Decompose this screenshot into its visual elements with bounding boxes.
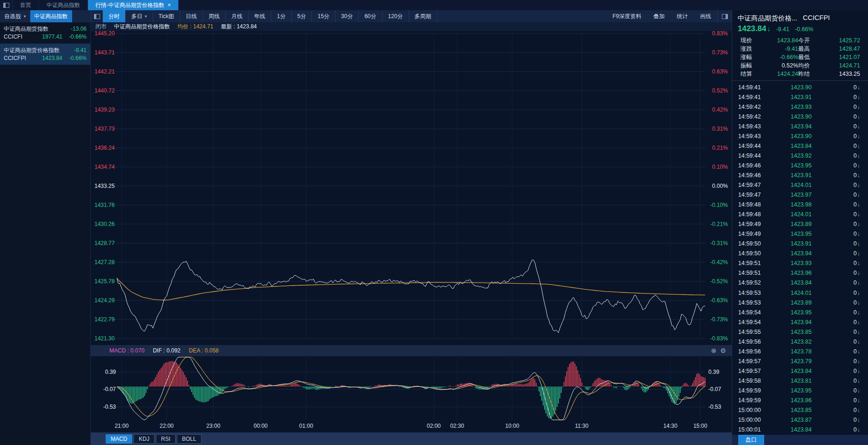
chart-region[interactable]: 闭市 中证商品期货价格指数 均价 : 1424.71 最新 : 1423.84 … xyxy=(91,22,732,445)
tab-1[interactable]: 首页 xyxy=(13,0,39,10)
tab-strip: 首页中证商品指数行情-中证商品期货价格指数× xyxy=(13,0,179,10)
tick-price: 1423.85 xyxy=(774,407,812,413)
close-icon[interactable]: × xyxy=(168,2,171,8)
tick-time: 14:59:56 xyxy=(738,339,774,345)
period-button-15分[interactable]: 15分 xyxy=(312,10,335,22)
period-button-多日[interactable]: 多日▾ xyxy=(126,10,153,22)
pct-axis-label: -0.31% xyxy=(710,239,728,247)
tick-time: 14:59:52 xyxy=(738,279,774,286)
tick-row: 14:59:561423.780↓ xyxy=(732,346,868,356)
tick-price: 1423.95 xyxy=(774,162,812,169)
tick-price: 1423.90 xyxy=(774,133,812,139)
tick-volume: 0↓ xyxy=(812,290,860,296)
action-button-画线[interactable]: 画线 xyxy=(694,10,717,22)
down-arrow-icon: ↓ xyxy=(857,94,860,100)
time-tick-label: 01:00 xyxy=(299,423,313,429)
down-arrow-icon: ↓ xyxy=(857,358,860,365)
indicator-tab-RSI[interactable]: RSI xyxy=(156,434,175,444)
down-arrow-icon: ↓ xyxy=(857,84,860,91)
tick-volume: 0↓ xyxy=(812,240,860,247)
down-arrow-icon: ↓ xyxy=(857,143,860,149)
tick-time: 14:59:41 xyxy=(738,94,774,100)
sidebar-toggle-icon[interactable] xyxy=(0,0,13,10)
close-circle-icon[interactable]: ⊗ xyxy=(711,347,717,354)
action-button-统计[interactable]: 统计 xyxy=(671,10,694,22)
watchlist-sidebar: 中证商品期货指数-13.06CCICFI1977.41-0.66%中证商品期货价… xyxy=(0,22,91,445)
tick-volume: 0↓ xyxy=(812,387,860,394)
period-button-60分[interactable]: 60分 xyxy=(359,10,382,22)
price-down-arrow-icon: ↓ xyxy=(767,25,770,33)
tick-time: 14:59:49 xyxy=(738,221,774,227)
period-button-分时[interactable]: 分时 xyxy=(103,10,126,22)
tick-price: 1424.01 xyxy=(774,182,812,188)
tick-price: 1423.91 xyxy=(774,94,812,100)
pankou-tab[interactable]: 盘口 xyxy=(738,435,764,445)
tab-2[interactable]: 中证商品指数 xyxy=(39,0,88,10)
pct-axis-label: -0.42% xyxy=(710,259,728,266)
tick-volume: 0↓ xyxy=(812,113,860,120)
tick-row: 14:59:471423.970↓ xyxy=(732,190,868,200)
tick-volume: 0↓ xyxy=(812,250,860,257)
tick-row: 14:59:461423.910↓ xyxy=(732,170,868,180)
period-button-月线[interactable]: 月线 xyxy=(226,10,249,22)
gear-icon[interactable]: ⚙ xyxy=(720,347,726,354)
quote-stats-grid: 现价1423.84今开1425.72涨跌-9.41最高1428.47涨幅-0.6… xyxy=(732,34,868,78)
tick-time: 14:59:42 xyxy=(738,113,774,120)
price-axis-label: 1436.24 xyxy=(94,144,114,152)
period-button-年线[interactable]: 年线 xyxy=(249,10,271,22)
period-button-Tick图[interactable]: Tick图 xyxy=(153,10,181,22)
stat-label: 涨跌 xyxy=(740,45,760,53)
indicator-tab-bar: MACDKDJRSIBOLL xyxy=(91,432,732,445)
tick-row: 14:59:581423.810↓ xyxy=(732,376,868,385)
tick-row: 14:59:471424.010↓ xyxy=(732,180,868,190)
tick-time: 15:00:00 xyxy=(738,417,774,423)
period-button-30分[interactable]: 30分 xyxy=(336,10,359,22)
time-tick-label: 02:00 xyxy=(427,423,441,429)
trading-app-window: 首页中证商品指数行情-中证商品期货价格指数× 自选股 ▾ 中证商品指数 分时多日… xyxy=(0,0,868,445)
tick-volume: 0↓ xyxy=(812,319,860,325)
watchlist-item[interactable]: 中证商品期货价格指数-9.41CCICFPI1423.84-0.66% xyxy=(0,44,90,65)
price-axis-label: 1443.71 xyxy=(94,49,114,56)
pct-axis-label: 0.21% xyxy=(712,144,728,152)
action-button-叠加[interactable]: 叠加 xyxy=(647,10,671,22)
period-button-周线[interactable]: 周线 xyxy=(203,10,226,22)
period-label: 1分 xyxy=(277,13,286,20)
quote-panel-toggle-icon[interactable] xyxy=(717,10,732,22)
price-axis-label: 1433.25 xyxy=(94,182,114,190)
intraday-price-chart[interactable]: 1445.201443.711442.211440.721439.231437.… xyxy=(91,32,732,344)
price-axis-label: 1431.76 xyxy=(94,201,114,209)
watchlist-group-dropdown[interactable]: 自选股 ▾ xyxy=(0,10,30,22)
period-button-120分[interactable]: 120分 xyxy=(383,10,409,22)
tick-price: 1424.01 xyxy=(774,290,812,296)
instrument-code: CCICFPI xyxy=(4,54,34,62)
tick-volume: 0↓ xyxy=(812,182,860,188)
tick-price: 1423.84 xyxy=(774,368,812,374)
tab-3[interactable]: 行情-中证商品期货价格指数× xyxy=(88,0,179,10)
tick-volume: 0↓ xyxy=(812,417,860,423)
time-tick-label: 02:30 xyxy=(450,423,464,429)
macd-indicator-chart[interactable]: 0.390.39-0.07-0.07-0.53-0.53 xyxy=(91,356,732,421)
time-sales-list[interactable]: 14:59:411423.900↓14:59:411423.910↓14:59:… xyxy=(732,82,868,435)
tick-row: 14:59:411423.900↓ xyxy=(732,82,868,92)
macd-axis-label-right: -0.07 xyxy=(708,385,721,393)
indicator-tab-BOLL[interactable]: BOLL xyxy=(177,434,202,444)
chart-pane-toggle-icon[interactable] xyxy=(91,10,103,22)
stat-label: 均价 xyxy=(798,61,825,70)
tick-volume: 0↓ xyxy=(812,172,860,179)
watchlist-group-active-tab[interactable]: 中证商品指数 xyxy=(30,10,72,22)
tick-price: 1423.82 xyxy=(774,339,812,345)
indicator-tab-KDJ[interactable]: KDJ xyxy=(134,434,155,444)
tick-row: 14:59:531423.890↓ xyxy=(732,298,868,307)
dea-value: DEA : 0.058 xyxy=(189,347,219,354)
period-button-5分[interactable]: 5分 xyxy=(292,10,312,22)
pct-axis-label: 0.73% xyxy=(712,49,728,56)
period-button-多周期[interactable]: 多周期 xyxy=(409,10,437,22)
period-button-1分[interactable]: 1分 xyxy=(271,10,292,22)
indicator-tab-MACD[interactable]: MACD xyxy=(106,434,132,444)
stat-value: 1428.47 xyxy=(825,45,860,53)
period-button-日线[interactable]: 日线 xyxy=(180,10,203,22)
watchlist-item[interactable]: 中证商品期货指数-13.06CCICFI1977.41-0.66% xyxy=(0,22,90,44)
price-axis-label: 1421.30 xyxy=(94,335,114,342)
action-button-F9深度资料[interactable]: F9深度资料 xyxy=(606,10,647,22)
tick-row: 14:59:501423.940↓ xyxy=(732,249,868,259)
